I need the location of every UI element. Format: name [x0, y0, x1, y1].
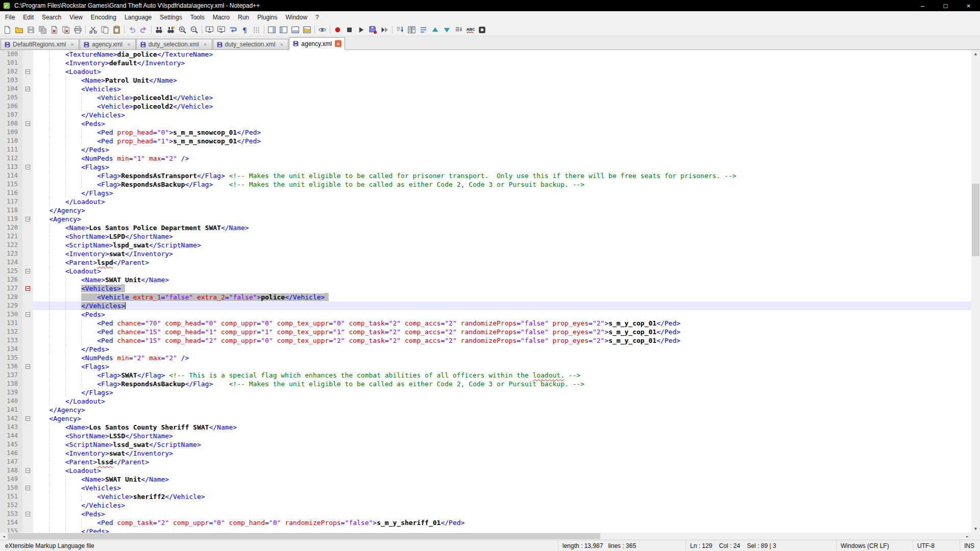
line-number[interactable]: 129	[0, 302, 22, 310]
code-line[interactable]: 155 </Peds>	[0, 527, 971, 533]
fold-marker[interactable]	[26, 69, 30, 74]
code-line[interactable]: 129 </Vehicles>	[0, 302, 971, 310]
restore-button[interactable]: □	[934, 0, 957, 11]
line-number[interactable]: 105	[0, 93, 22, 102]
tab-close-icon[interactable]: ×	[278, 41, 285, 48]
tab-close-icon[interactable]: ×	[335, 40, 341, 47]
line-number[interactable]: 114	[0, 171, 22, 180]
menu-edit[interactable]: Edit	[19, 12, 38, 23]
plugin-misc-button[interactable]	[476, 24, 488, 35]
line-number[interactable]: 132	[0, 328, 22, 336]
code-line[interactable]: 135 <NumPeds min="2" max="2" />	[0, 354, 971, 362]
code-line[interactable]: 112 <NumPeds min="1" max="2" />	[0, 154, 971, 163]
next-diff-button[interactable]	[441, 24, 453, 35]
fold-marker[interactable]	[26, 217, 30, 221]
sync-horizontal-scrolling-button[interactable]	[215, 24, 227, 35]
code-line[interactable]: 154 <Ped comp_task="2" comp_uppr="0" com…	[0, 518, 971, 527]
horizontal-scrollbar[interactable]: ◄ ►	[0, 533, 971, 540]
code-line[interactable]: 122 <ScriptName>lspd_swat</ScriptName>	[0, 241, 971, 249]
line-number[interactable]: 118	[0, 206, 22, 215]
status-eol[interactable]: Windows (CR LF)	[836, 540, 913, 551]
menu-macro[interactable]: Macro	[209, 12, 234, 23]
horizontal-scrollbar-thumb[interactable]	[8, 533, 600, 539]
code-line[interactable]: 139 </Flags>	[0, 388, 971, 397]
code-line[interactable]: 132 <Ped chance="15" comp_head="1" comp_…	[0, 328, 971, 336]
code-line[interactable]: 120 <Name>Los Santos Police Department S…	[0, 223, 971, 232]
status-insert-mode[interactable]: INS	[960, 540, 980, 551]
fold-marker[interactable]	[26, 87, 30, 91]
code-line[interactable]: 144 <ShortName>LSSD</ShortName>	[0, 432, 971, 440]
fold-marker[interactable]	[26, 468, 30, 473]
vertical-scrollbar-thumb[interactable]	[972, 184, 979, 256]
line-number[interactable]: 154	[0, 518, 22, 527]
scroll-right-icon[interactable]: ►	[964, 533, 971, 540]
menu-run[interactable]: Run	[234, 12, 253, 23]
line-number[interactable]: 128	[0, 293, 22, 302]
line-number[interactable]: 119	[0, 215, 22, 223]
menu-file[interactable]: File	[1, 12, 19, 23]
fold-marker[interactable]	[26, 512, 30, 516]
editor[interactable]: 100 <TextureName>dia_police</TextureName…	[0, 50, 980, 540]
replace-button[interactable]	[165, 24, 177, 35]
code-line[interactable]: 106 <Vehicle>policeold2</Vehicle>	[0, 102, 971, 111]
line-number[interactable]: 115	[0, 180, 22, 189]
line-number[interactable]: 123	[0, 249, 22, 258]
copy-button[interactable]	[99, 24, 111, 35]
menu-encoding[interactable]: Encoding	[87, 12, 120, 23]
line-number[interactable]: 141	[0, 406, 22, 414]
code-line[interactable]: 103 <Name>Patrol Unit</Name>	[0, 76, 971, 85]
line-number[interactable]: 113	[0, 163, 22, 171]
scroll-up-icon[interactable]: ▲	[971, 50, 980, 58]
line-number[interactable]: 140	[0, 397, 22, 406]
code-line[interactable]: 116 </Flags>	[0, 189, 971, 197]
code-line[interactable]: 125 <Loadout>	[0, 267, 971, 276]
line-number[interactable]: 120	[0, 223, 22, 232]
line-number[interactable]: 101	[0, 59, 22, 67]
code-line[interactable]: 142 <Agency>	[0, 414, 971, 423]
cut-button[interactable]	[87, 24, 99, 35]
line-number[interactable]: 131	[0, 319, 22, 328]
line-number[interactable]: 117	[0, 197, 22, 206]
menu-language[interactable]: Language	[120, 12, 156, 23]
tab-close-icon[interactable]: ×	[202, 41, 209, 48]
line-number[interactable]: 121	[0, 232, 22, 241]
line-number[interactable]: 110	[0, 137, 22, 145]
compare-panes-button[interactable]	[406, 24, 418, 35]
redo-button[interactable]	[138, 24, 150, 35]
line-number[interactable]: 104	[0, 85, 22, 93]
line-number[interactable]: 111	[0, 145, 22, 154]
code-line[interactable]: 119 <Agency>	[0, 215, 971, 223]
previous-diff-button[interactable]	[429, 24, 441, 35]
line-number[interactable]: 149	[0, 475, 22, 484]
fold-marker[interactable]	[26, 416, 30, 421]
line-number[interactable]: 144	[0, 432, 22, 440]
save-file-button[interactable]	[25, 24, 37, 35]
line-number[interactable]: 109	[0, 128, 22, 137]
menu-tools[interactable]: Tools	[186, 12, 209, 23]
scroll-left-icon[interactable]: ◄	[0, 533, 8, 540]
new-file-button[interactable]	[2, 24, 13, 35]
fold-marker[interactable]	[26, 165, 30, 169]
line-number[interactable]: 145	[0, 440, 22, 449]
spell-check-button[interactable]: ABC	[464, 24, 476, 35]
line-number[interactable]: 148	[0, 466, 22, 475]
menu-window[interactable]: Window	[281, 12, 311, 23]
code-line[interactable]: 114 <Flag>RespondsAsTransport</Flag> <!-…	[0, 171, 971, 180]
tab-defaultregions-xml[interactable]: DefaultRegions.xml×	[1, 39, 79, 49]
tab-close-icon[interactable]: ×	[69, 41, 76, 48]
code-line[interactable]: 121 <ShortName>LSPD</ShortName>	[0, 232, 971, 241]
horizontal-scroll-track[interactable]	[8, 533, 964, 540]
line-number[interactable]: 108	[0, 119, 22, 128]
code-line[interactable]: 109 <Ped prop_head="0">s_m_m_snowcop_01<…	[0, 128, 971, 137]
code-line[interactable]: 113 <Flags>	[0, 163, 971, 171]
code-line[interactable]: 123 <Inventory>swat</Inventory>	[0, 249, 971, 258]
show-all-characters-button[interactable]: ¶	[239, 24, 251, 35]
fold-marker[interactable]	[26, 286, 30, 291]
sync-vertical-scrolling-button[interactable]	[204, 24, 215, 35]
code-line[interactable]: 107 </Vehicles>	[0, 111, 971, 119]
code-line[interactable]: 105 <Vehicle>policeold1</Vehicle>	[0, 93, 971, 102]
fold-marker[interactable]	[26, 121, 30, 126]
line-number[interactable]: 102	[0, 67, 22, 76]
close-all-button[interactable]	[60, 24, 72, 35]
paste-button[interactable]	[111, 24, 122, 35]
